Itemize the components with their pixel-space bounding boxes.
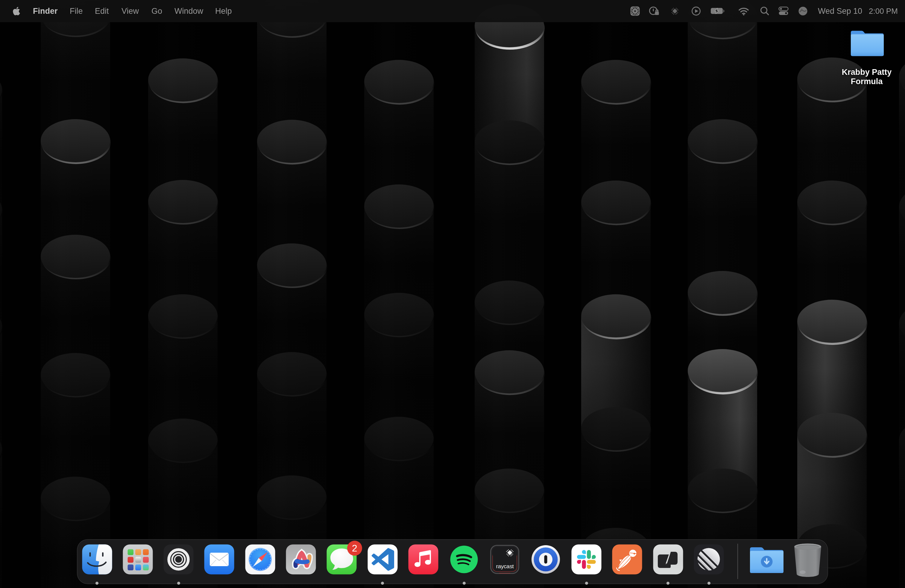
svg-text:raycast: raycast (496, 563, 514, 569)
